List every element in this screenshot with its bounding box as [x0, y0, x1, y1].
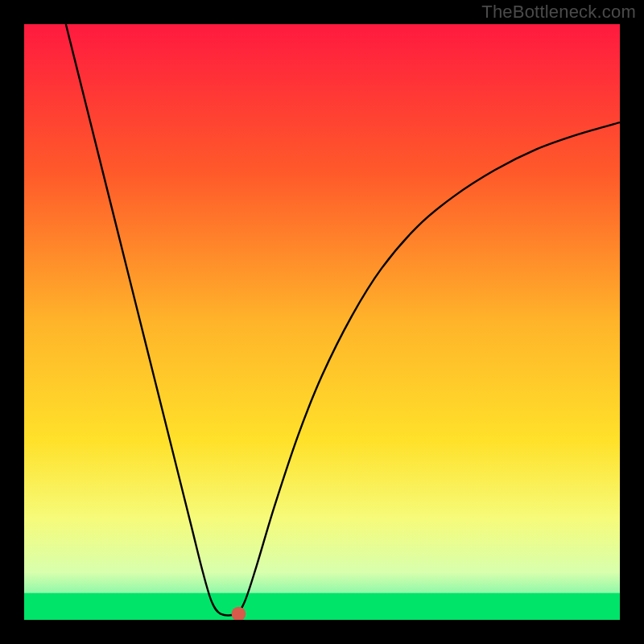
watermark-text: TheBottleneck.com	[481, 2, 636, 23]
gradient-background	[24, 24, 620, 620]
chart-frame: TheBottleneck.com	[0, 0, 644, 644]
plot-area	[24, 24, 620, 620]
plot-svg	[24, 24, 620, 620]
green-band	[24, 593, 620, 620]
